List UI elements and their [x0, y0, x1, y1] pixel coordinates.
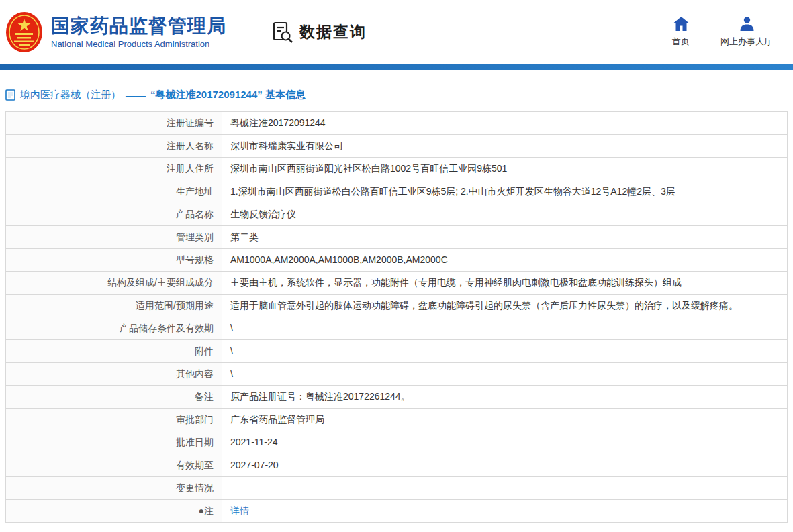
row-label: 附件 [6, 340, 222, 363]
row-label: 管理类别 [6, 226, 222, 249]
table-row: 其他内容\ [6, 363, 788, 386]
row-value [222, 477, 788, 500]
row-value: 第二类 [222, 226, 788, 249]
row-label: 结构及组成/主要组成成分 [6, 272, 222, 295]
row-value: 深圳市南山区西丽街道阳光社区松白路1002号百旺信工业园9栋501 [222, 158, 788, 180]
org-name-cn: 国家药品监督管理局 [51, 15, 226, 38]
table-row: 审批部门广东省药品监督管理局 [6, 409, 788, 431]
header-divider-bar [0, 64, 793, 70]
row-value: 主要由主机，系统软件，显示器，功能附件（专用电缆，专用神经肌肉电刺激电极和盆底功… [222, 272, 788, 295]
table-row: 结构及组成/主要组成成分主要由主机，系统软件，显示器，功能附件（专用电缆，专用神… [6, 272, 788, 295]
document-search-icon [272, 21, 293, 43]
table-row: 变更情况 [6, 477, 788, 500]
brand-logo-block[interactable]: 国家药品监督管理局 National Medical Products Admi… [5, 11, 226, 53]
row-value: 详情 [222, 500, 788, 523]
detail-link[interactable]: 详情 [230, 505, 249, 516]
breadcrumb: 境内医疗器械（注册） —— “粤械注准20172091244” 基本信息 [5, 70, 788, 111]
row-value: 2027-07-20 [222, 454, 788, 477]
table-row: 注册证编号粤械注准20172091244 [6, 112, 788, 135]
row-label: ●注 [6, 500, 222, 523]
row-label: 有效期至 [6, 454, 222, 477]
row-value: \ [222, 340, 788, 363]
breadcrumb-section: 境内医疗器械（注册） [20, 89, 121, 101]
table-row: 型号规格AM1000A,AM2000A,AM1000B,AM2000B,AM20… [6, 249, 788, 272]
table-row: 生产地址1.深圳市南山区西丽街道松白公路百旺信工业区9栋5层; 2.中山市火炬开… [6, 180, 788, 203]
data-query-title: 数据查询 [272, 21, 367, 43]
org-name-en: National Medical Products Administration [51, 39, 226, 49]
row-label: 批准日期 [6, 431, 222, 454]
table-row: 注册人住所深圳市南山区西丽街道阳光社区松白路1002号百旺信工业园9栋501 [6, 158, 788, 180]
row-label: 注册人名称 [6, 135, 222, 158]
row-label: 注册人住所 [6, 158, 222, 180]
nav-service-hall[interactable]: 网上办事大厅 [720, 17, 773, 48]
row-label: 产品储存条件及有效期 [6, 317, 222, 340]
national-emblem-icon [5, 11, 43, 53]
registration-info-table: 注册证编号粤械注准20172091244注册人名称深圳市科瑞康实业有限公司注册人… [5, 111, 788, 523]
row-value: 广东省药品监督管理局 [222, 409, 788, 431]
row-label: 审批部门 [6, 409, 222, 431]
main-content: 境内医疗器械（注册） —— “粤械注准20172091244” 基本信息 注册证… [0, 70, 793, 528]
nav-home-label: 首页 [672, 36, 690, 48]
table-row: 注册人名称深圳市科瑞康实业有限公司 [6, 135, 788, 158]
document-icon [5, 89, 15, 101]
table-row: 产品储存条件及有效期\ [6, 317, 788, 340]
row-label: 型号规格 [6, 249, 222, 272]
breadcrumb-detail: “粤械注准20172091244” 基本信息 [150, 89, 306, 101]
nav-service-hall-label: 网上办事大厅 [720, 36, 773, 48]
table-row: 管理类别第二类 [6, 226, 788, 249]
row-value: 2021-11-24 [222, 431, 788, 454]
row-label: 注册证编号 [6, 112, 222, 135]
site-header: 国家药品监督管理局 National Medical Products Admi… [0, 0, 793, 64]
row-value: 生物反馈治疗仪 [222, 203, 788, 226]
breadcrumb-dash: —— [126, 89, 146, 101]
info-table-body: 注册证编号粤械注准20172091244注册人名称深圳市科瑞康实业有限公司注册人… [6, 112, 788, 523]
row-value: 1.深圳市南山区西丽街道松白公路百旺信工业区9栋5层; 2.中山市火炬开发区生物… [222, 180, 788, 203]
table-row: 适用范围/预期用途适用于脑血管意外引起的肢体运动功能障碍，盆底功能障碍引起的尿失… [6, 295, 788, 317]
row-label: 变更情况 [6, 477, 222, 500]
row-value: 适用于脑血管意外引起的肢体运动功能障碍，盆底功能障碍引起的尿失禁（含产后压力性尿… [222, 295, 788, 317]
row-label: 产品名称 [6, 203, 222, 226]
data-query-label: 数据查询 [299, 21, 367, 42]
row-value: \ [222, 317, 788, 340]
table-row: 附件\ [6, 340, 788, 363]
row-label: 备注 [6, 386, 222, 409]
row-value: \ [222, 363, 788, 386]
home-icon [673, 17, 689, 31]
table-row: 批准日期2021-11-24 [6, 431, 788, 454]
brand-text: 国家药品监督管理局 National Medical Products Admi… [51, 15, 226, 49]
person-icon [740, 17, 754, 31]
table-row: 产品名称生物反馈治疗仪 [6, 203, 788, 226]
row-value: AM1000A,AM2000A,AM1000B,AM2000B,AM2000C [222, 249, 788, 272]
row-value: 深圳市科瑞康实业有限公司 [222, 135, 788, 158]
table-row: 有效期至2027-07-20 [6, 454, 788, 477]
row-value: 原产品注册证号：粤械注准20172261244。 [222, 386, 788, 409]
top-nav: 首页 网上办事大厅 [672, 17, 773, 48]
row-label: 其他内容 [6, 363, 222, 386]
nav-home[interactable]: 首页 [672, 17, 690, 48]
table-row: ●注详情 [6, 500, 788, 523]
table-row: 备注原产品注册证号：粤械注准20172261244。 [6, 386, 788, 409]
row-label: 生产地址 [6, 180, 222, 203]
row-label: 适用范围/预期用途 [6, 295, 222, 317]
row-value: 粤械注准20172091244 [222, 112, 788, 135]
